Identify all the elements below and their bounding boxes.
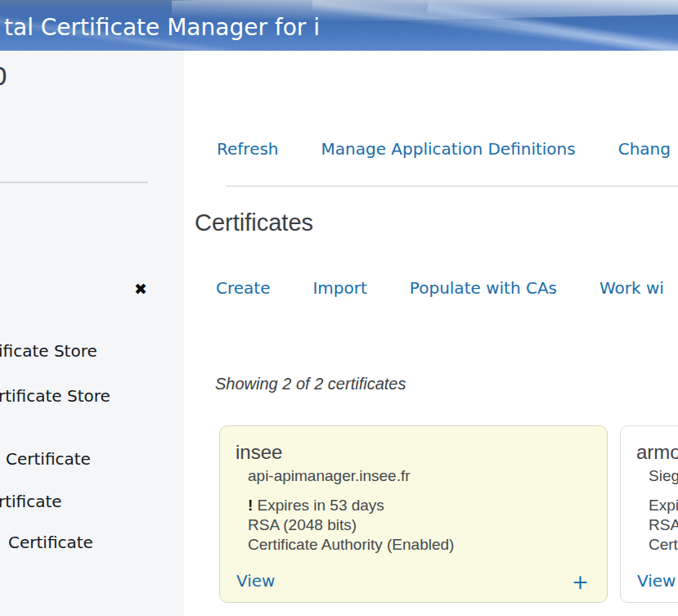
certificate-card-insee: insee api-apimanager.insee.fr ! Expires … xyxy=(219,425,608,603)
certificate-details: ! Expires in 53 days RSA (2048 bits) Cer… xyxy=(248,496,454,555)
manage-application-definitions-link[interactable]: Manage Application Definitions xyxy=(321,139,576,159)
certificates-count-summary: Showing 2 of 2 certificates xyxy=(215,375,406,393)
certificate-common-name: Sieg xyxy=(649,467,678,485)
certificate-name: insee xyxy=(236,441,282,464)
populate-with-cas-link[interactable]: Populate with CAs xyxy=(410,278,557,298)
certificate-expiry: ! Expires in 53 days xyxy=(248,496,454,515)
certificate-authority-status: Certificate Authority (Enabled) xyxy=(248,535,454,555)
expand-card-icon[interactable]: + xyxy=(572,572,589,592)
sidebar: 0 ✖ ificate Store rtificate Store Certif… xyxy=(0,51,184,616)
certificate-actions: Create Import Populate with CAs Work wi xyxy=(216,278,664,298)
sidebar-item-certificate-store-2[interactable]: rtificate Store xyxy=(0,386,110,406)
app-header: tal Certificate Manager for i xyxy=(0,0,678,51)
import-link[interactable]: Import xyxy=(312,278,366,298)
warning-icon: ! xyxy=(248,497,253,514)
main-content: Refresh Manage Application Definitions C… xyxy=(184,51,678,616)
certificate-common-name: api-apimanager.insee.fr xyxy=(248,467,411,485)
toolbar-divider xyxy=(226,186,678,187)
work-with-link[interactable]: Work wi xyxy=(599,278,664,298)
sidebar-heading-fragment: 0 xyxy=(0,62,7,91)
view-certificate-link[interactable]: View xyxy=(637,571,676,591)
certificate-key-type: RSA (2048 bits) xyxy=(248,515,454,535)
sidebar-item-certificate-2[interactable]: rtificate xyxy=(0,492,62,511)
certificate-key-type: RSA xyxy=(649,515,678,535)
certificate-details: Expi RSA Cert xyxy=(649,496,678,555)
certificate-authority-status: Cert xyxy=(649,535,678,555)
certificate-card-armo: armo Sieg Expi RSA Cert View xyxy=(620,425,678,603)
dcm-page: { "header": { "title_fragment": "tal Cer… xyxy=(0,0,678,616)
refresh-link[interactable]: Refresh xyxy=(217,139,279,159)
sidebar-item-certificate-3[interactable]: Certificate xyxy=(8,533,93,552)
certificate-name: armo xyxy=(636,441,678,464)
view-certificate-link[interactable]: View xyxy=(236,571,275,591)
sidebar-item-certificate[interactable]: Certificate xyxy=(6,449,91,469)
toolbar: Refresh Manage Application Definitions C… xyxy=(217,139,671,159)
sidebar-divider xyxy=(0,182,148,183)
close-icon[interactable]: ✖ xyxy=(134,281,147,297)
create-link[interactable]: Create xyxy=(216,278,270,298)
page-title: Certificates xyxy=(195,209,313,236)
certificate-expiry: Expi xyxy=(649,496,678,515)
certificate-card-list: insee api-apimanager.insee.fr ! Expires … xyxy=(219,425,678,603)
change-link[interactable]: Chang xyxy=(618,139,671,159)
sidebar-item-certificate-store[interactable]: ificate Store xyxy=(0,341,97,361)
app-title: tal Certificate Manager for i xyxy=(4,14,320,41)
